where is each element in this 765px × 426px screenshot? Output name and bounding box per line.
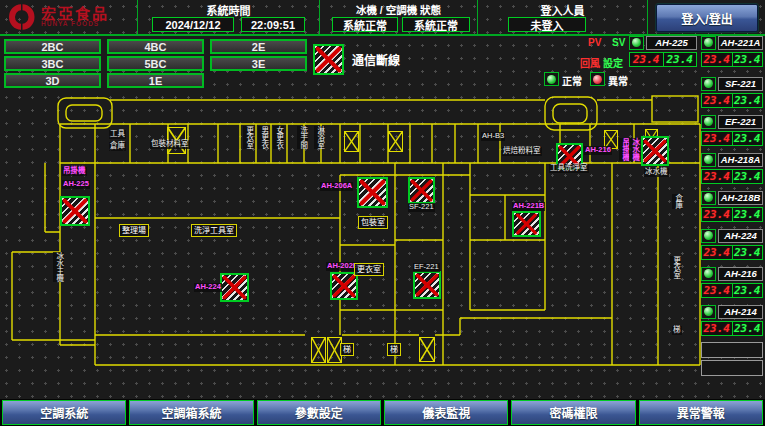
- stair-icon: [388, 131, 403, 152]
- room-label: 梯: [672, 326, 682, 335]
- ahu-label-AH-225: AH-225: [62, 180, 90, 189]
- room-label: 更衣室: [670, 256, 681, 279]
- comm-fail-icon[interactable]: [357, 177, 388, 208]
- room-label: 冰水機: [644, 168, 669, 177]
- comm-fail-icon[interactable]: [512, 211, 541, 237]
- comm-fail-icon[interactable]: [220, 273, 249, 302]
- room-label: 工具洗淨室: [549, 164, 589, 173]
- ahu-label-AH-216: AH-216: [584, 146, 612, 155]
- room-label: 工具: [109, 130, 126, 139]
- room-label: 整理場: [119, 224, 149, 237]
- room-label: 包裝材料室: [150, 140, 190, 149]
- room-label: 淋浴室: [314, 126, 325, 149]
- room-label: 洗手間: [297, 126, 308, 149]
- stair-icon: [344, 131, 359, 152]
- room-label: 男更衣: [258, 126, 269, 149]
- hmi-screen: 宏亞食品 HUNYA FOODS 系統時間 2024/12/12 22:09:5…: [0, 0, 765, 426]
- comm-fail-icon[interactable]: [641, 136, 669, 166]
- comm-fail-icon[interactable]: [408, 177, 435, 204]
- floor-plan-drawing: [0, 0, 765, 426]
- room-label: AH-B3: [481, 132, 505, 141]
- room-label: 包裝室: [358, 216, 388, 229]
- room-label: 更衣室: [243, 126, 254, 149]
- room-label: 梯: [387, 343, 401, 356]
- room-label: 倉庫: [672, 194, 683, 209]
- ahu-label-AH-221B: AH-221B: [512, 202, 545, 211]
- ahu-label-AH-224: AH-224: [194, 283, 222, 292]
- room-label: 烘焙粉料室: [502, 147, 542, 156]
- ahu-label-AH-206A: AH-206A: [320, 182, 353, 191]
- room-label: 洗淨工具室: [191, 224, 237, 237]
- room-label: EF-221: [413, 263, 440, 272]
- room-label: 梯: [340, 343, 354, 356]
- room-label: 倉庫: [109, 142, 126, 151]
- stair-icon: [419, 337, 435, 362]
- stair-icon: [311, 337, 326, 363]
- room-label: 冰水主機: [53, 252, 64, 282]
- comm-fail-icon[interactable]: [60, 196, 90, 226]
- ahu-label-冰水機: 冰水機: [629, 138, 640, 161]
- room-label: 女更衣: [273, 126, 284, 149]
- comm-fail-icon[interactable]: [413, 271, 441, 299]
- comm-fail-legend-icon: [313, 44, 344, 75]
- room-label: 更衣室: [354, 263, 384, 276]
- room-label: SF-221: [408, 203, 435, 212]
- ahu-label-吊掛機: 吊掛機: [62, 167, 87, 176]
- comm-fail-icon[interactable]: [330, 272, 358, 300]
